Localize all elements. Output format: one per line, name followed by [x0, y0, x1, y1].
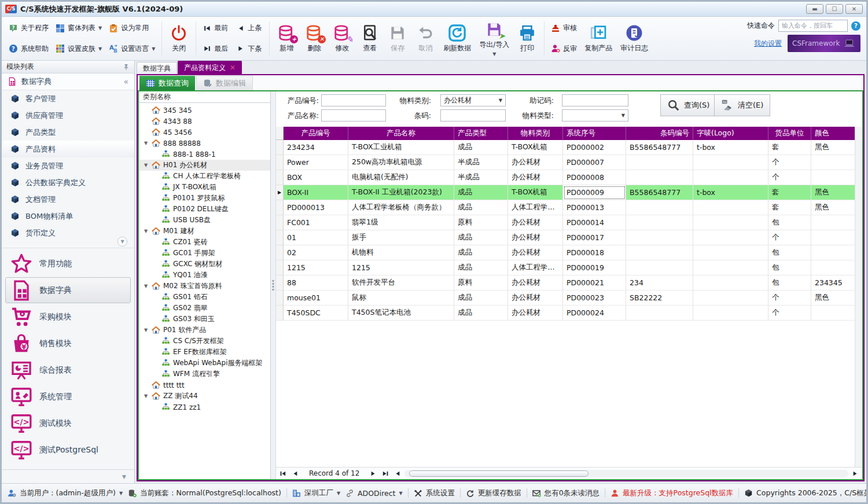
- toolbar-button-4[interactable]: 保存: [384, 18, 411, 59]
- audit-button-1[interactable]: 反审: [547, 43, 580, 54]
- module-5[interactable]: 系统管理: [5, 384, 131, 410]
- toolbar-button-0[interactable]: + 新增: [273, 18, 300, 59]
- table-row[interactable]: 02机物料成品办公耗材PD000018包: [276, 245, 855, 260]
- tree-node-0[interactable]: 345 345: [139, 105, 270, 116]
- sidebar-item-1[interactable]: 供应商管理: [2, 107, 134, 124]
- tree-node-1[interactable]: 4343 88: [139, 116, 270, 127]
- toolbar-menu-0[interactable]: ?关于程序: [5, 23, 52, 34]
- record-nav-0[interactable]: 最前: [199, 22, 233, 34]
- toolbar-button-6[interactable]: 刷新数据: [439, 18, 475, 59]
- expand-arrow-icon[interactable]: ▼: [143, 229, 149, 234]
- sidebar-bottom-bar[interactable]: ▼: [2, 469, 134, 483]
- extra-button-0[interactable]: 复制产品: [580, 18, 616, 59]
- filter-input-4[interactable]: [440, 109, 506, 122]
- maximize-button[interactable]: ☐: [826, 4, 843, 14]
- filter-select-1[interactable]: 办公耗材▼: [440, 94, 506, 106]
- toolbar-menu-4[interactable]: 设为常用: [105, 23, 159, 34]
- tree-node-10[interactable]: USB USB盘: [139, 215, 270, 226]
- module-0[interactable]: 常用功能: [5, 251, 131, 277]
- tree-node-16[interactable]: ▼M02 珠宝首饰原料: [139, 281, 270, 292]
- toolbar-button-5[interactable]: 取消: [411, 18, 439, 59]
- horizontal-scrollbar[interactable]: [392, 469, 860, 478]
- close-window-button[interactable]: ✕: [845, 4, 863, 14]
- module-6[interactable]: </>测试模块: [5, 410, 131, 436]
- sidebar-item-4[interactable]: 业务员管理: [2, 157, 134, 174]
- status-item-7[interactable]: 最新升级：支持PostgreSql数据库: [610, 488, 733, 498]
- pin-icon[interactable]: [123, 64, 130, 71]
- subtab-1[interactable]: 数据编辑: [196, 76, 253, 90]
- expand-arrow-icon[interactable]: ▼: [143, 393, 149, 399]
- quick-command-input[interactable]: [778, 20, 848, 32]
- tree-node-17[interactable]: GS01 锆石: [139, 292, 270, 303]
- sidebar-item-6[interactable]: 文档管理: [2, 191, 134, 208]
- table-row[interactable]: 88软件开发平台原料办公耗材PD000021234包234345: [276, 275, 855, 290]
- toolbar-menu-5[interactable]: AB设置语言▼: [105, 43, 159, 54]
- tree-node-14[interactable]: GCXC 钢材型材: [139, 259, 270, 270]
- last-record-button[interactable]: [380, 469, 391, 478]
- tree-node-2[interactable]: 45 3456: [139, 127, 270, 138]
- toolbar-menu-1[interactable]: ?系统帮助: [5, 43, 52, 54]
- status-item-3[interactable]: ADODirect▼: [345, 489, 403, 498]
- table-row[interactable]: T450SDCT450S笔记本电池成品办公耗材PD000024个: [276, 306, 855, 321]
- sidebar-item-8[interactable]: 货币定义: [2, 225, 134, 241]
- status-item-1[interactable]: 当前账套：Normal(PostgreSql:localhost): [128, 488, 281, 498]
- toolbar-button-1[interactable]: ✕ 删除: [300, 18, 328, 59]
- status-item-6[interactable]: 您有0条未读消息: [532, 488, 599, 498]
- table-row[interactable]: 01扳手成品办公耗材PD000017个: [276, 230, 855, 245]
- column-header-8[interactable]: 颜色: [811, 127, 858, 140]
- filter-input-2[interactable]: [562, 94, 628, 106]
- filter-input-0[interactable]: [321, 94, 386, 106]
- close-form-button[interactable]: 关闭: [165, 18, 193, 59]
- record-nav-2[interactable]: 上条: [233, 22, 266, 34]
- sidebar-item-2[interactable]: 产品类型: [2, 124, 134, 141]
- audit-button-0[interactable]: 审核: [547, 23, 580, 34]
- tree-node-13[interactable]: GC01 手脚架: [139, 248, 270, 259]
- vertical-scrollbar[interactable]: [855, 127, 862, 467]
- sidebar-item-7[interactable]: BOM物料清单: [2, 208, 134, 225]
- tree-node-21[interactable]: CS C/S开发框架: [139, 336, 270, 347]
- tree-node-24[interactable]: WFM 流程引擎: [139, 369, 270, 380]
- first-record-button[interactable]: [278, 469, 288, 478]
- record-nav-3[interactable]: 下条: [233, 43, 266, 55]
- expand-arrow-icon[interactable]: ▼: [143, 284, 149, 289]
- scroll-left-icon[interactable]: [392, 469, 403, 478]
- table-row[interactable]: BOX电脑机箱(无配件)半成品办公耗材PD000008个: [276, 170, 855, 185]
- splitter-handle[interactable]: [271, 91, 276, 479]
- table-row[interactable]: PD000013人体工程学老板椅（商务款）成品人体工程学...PD000013套…: [276, 200, 855, 215]
- tree-node-4[interactable]: 888-1 888-1: [139, 149, 270, 160]
- tree-node-18[interactable]: GS02 翡翠: [139, 303, 270, 314]
- tree-node-19[interactable]: GS03 和田玉: [139, 314, 270, 325]
- status-item-5[interactable]: 更新缓存数据: [466, 488, 521, 498]
- tree-node-23[interactable]: WebApi WebApi服务端框架: [139, 358, 270, 369]
- tree-node-15[interactable]: YQ01 油漆: [139, 270, 270, 281]
- toolbar-menu-3[interactable]: 设置皮肤▼: [52, 43, 105, 54]
- filter-select-5[interactable]: ▼: [562, 109, 628, 122]
- sidebar-item-0[interactable]: 客户管理: [2, 90, 134, 107]
- sidebar-overflow-button[interactable]: ▼: [117, 237, 127, 247]
- tab-0[interactable]: 数据字典: [137, 62, 177, 74]
- tree-node-7[interactable]: JX T-BOX机箱: [139, 182, 270, 193]
- sidebar-item-5[interactable]: 公共数据字典定义: [2, 174, 134, 191]
- module-2[interactable]: 采购模块: [5, 304, 131, 330]
- column-header-4[interactable]: 系统序号: [563, 127, 626, 140]
- toolbar-button-8[interactable]: 打印: [513, 18, 541, 59]
- tab-1[interactable]: 产品资料定义✕: [178, 61, 242, 74]
- module-1[interactable]: 数据字典: [5, 277, 131, 303]
- module-3[interactable]: ¥销售模块: [5, 330, 131, 356]
- next-record-button[interactable]: [368, 469, 378, 478]
- minimize-button[interactable]: ▬: [806, 4, 823, 14]
- expand-arrow-icon[interactable]: ▼: [143, 328, 149, 333]
- status-item-4[interactable]: 系统设置: [414, 488, 455, 498]
- expand-arrow-icon[interactable]: ▼: [143, 163, 149, 168]
- column-header-7[interactable]: 货品单位: [768, 127, 811, 140]
- collapse-icon[interactable]: «: [123, 77, 128, 86]
- query-button[interactable]: 查询(S): [660, 94, 716, 116]
- tree-node-25[interactable]: tttt ttt: [139, 380, 270, 391]
- toolbar-menu-2[interactable]: 窗体列表▼: [52, 23, 105, 34]
- tree-node-12[interactable]: CZ01 瓷砖: [139, 237, 270, 248]
- toolbar-button-3[interactable]: 查看: [356, 18, 384, 59]
- status-item-8[interactable]: Copyrights 2006-2025，C/S框架网|喜鹊软: [744, 488, 866, 498]
- toolbar-button-2[interactable]: ✎ 修改: [328, 18, 356, 59]
- tree-node-27[interactable]: ZZ1 zz1: [139, 402, 270, 413]
- tree-node-6[interactable]: CH 人体工程学老板椅: [139, 171, 270, 182]
